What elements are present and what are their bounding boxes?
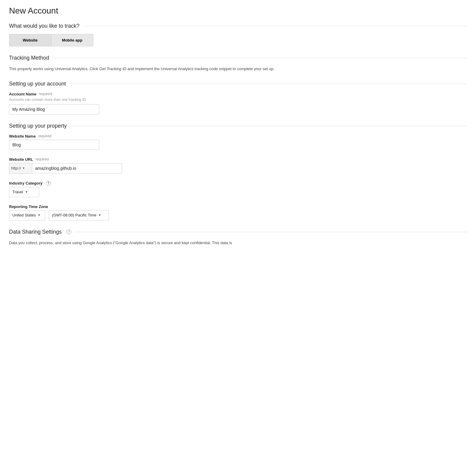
account-setup-section: Setting up your account Account Name req… bbox=[9, 81, 467, 114]
website-url-label-row: Website URL required bbox=[9, 157, 467, 162]
url-field-row: http:// ▼ bbox=[9, 163, 467, 174]
url-input[interactable] bbox=[32, 163, 122, 173]
property-setup-section: Setting up your property Website Name re… bbox=[9, 123, 467, 220]
timezone-row: United States ▼ (GMT-08:00) Pacific Time… bbox=[9, 210, 467, 220]
page-title: New Account bbox=[9, 6, 467, 16]
data-sharing-divider bbox=[75, 232, 467, 232]
website-url-group: Website URL required http:// ▼ bbox=[9, 157, 467, 174]
timezone-arrow: ▼ bbox=[98, 213, 101, 217]
account-name-required: required bbox=[39, 92, 52, 96]
website-name-label-row: Website Name required bbox=[9, 134, 467, 138]
country-value: United States bbox=[12, 213, 36, 217]
data-sharing-description: Data you collect, process, and store usi… bbox=[9, 240, 467, 246]
data-sharing-heading: Data Sharing Settings bbox=[9, 229, 62, 235]
website-url-label: Website URL bbox=[9, 157, 33, 162]
account-setup-header: Setting up your account bbox=[9, 81, 467, 87]
industry-category-select[interactable]: Travel ▼ bbox=[9, 187, 39, 197]
url-protocol-select[interactable]: http:// ▼ bbox=[9, 163, 32, 174]
tab-mobile-app[interactable]: Mobile app bbox=[51, 34, 93, 46]
tracking-method-text: This property works using Universal Anal… bbox=[9, 66, 467, 72]
industry-category-arrow: ▼ bbox=[25, 190, 28, 194]
data-sharing-section: Data Sharing Settings ? Data you collect… bbox=[9, 229, 467, 246]
industry-category-label: Industry Category bbox=[9, 181, 42, 185]
tracking-method-link[interactable]: Get Tracking ID bbox=[99, 67, 126, 71]
website-name-input[interactable] bbox=[9, 140, 99, 150]
track-tabs: Website Mobile app bbox=[9, 34, 93, 46]
timezone-value: (GMT-08:00) Pacific Time bbox=[52, 213, 96, 217]
property-setup-header: Setting up your property bbox=[9, 123, 467, 129]
data-sharing-help-icon[interactable]: ? bbox=[66, 229, 71, 234]
account-name-label-row: Account Name required bbox=[9, 92, 467, 96]
tracking-method-header: Tracking Method bbox=[9, 55, 467, 61]
account-name-input[interactable] bbox=[9, 104, 99, 114]
reporting-timezone-label-row: Reporting Time Zone bbox=[9, 204, 467, 209]
url-protocol-value: http:// bbox=[11, 166, 21, 170]
tracking-method-section: Tracking Method This property works usin… bbox=[9, 55, 467, 72]
industry-category-group: Industry Category ? Travel ▼ bbox=[9, 181, 467, 197]
industry-help-icon[interactable]: ? bbox=[46, 181, 51, 186]
account-name-group: Account Name required Accounts can conta… bbox=[9, 92, 467, 114]
website-name-label: Website Name bbox=[9, 134, 36, 138]
account-setup-heading: Setting up your account bbox=[9, 81, 66, 87]
data-sharing-header: Data Sharing Settings ? bbox=[9, 229, 467, 235]
track-section-header: What would you like to track? bbox=[9, 23, 467, 29]
tab-website[interactable]: Website bbox=[9, 34, 51, 46]
tracking-method-divider bbox=[53, 58, 467, 58]
track-divider bbox=[83, 26, 467, 26]
country-arrow: ▼ bbox=[38, 213, 41, 217]
timezone-select[interactable]: (GMT-08:00) Pacific Time ▼ bbox=[49, 210, 109, 220]
industry-category-value: Travel bbox=[12, 190, 23, 194]
tracking-method-text-before: This property works using Universal Anal… bbox=[9, 67, 99, 71]
country-select[interactable]: United States ▼ bbox=[9, 210, 45, 220]
account-name-hint: Accounts can contain more than one track… bbox=[9, 98, 467, 102]
reporting-timezone-group: Reporting Time Zone United States ▼ (GMT… bbox=[9, 204, 467, 220]
tracking-method-text-after: and implement the Universal Analytics tr… bbox=[126, 67, 274, 71]
account-setup-divider bbox=[70, 84, 467, 84]
website-name-group: Website Name required bbox=[9, 134, 467, 150]
property-setup-heading: Setting up your property bbox=[9, 123, 67, 129]
reporting-timezone-label: Reporting Time Zone bbox=[9, 204, 48, 209]
tracking-method-heading: Tracking Method bbox=[9, 55, 49, 61]
track-section-heading: What would you like to track? bbox=[9, 23, 79, 29]
website-name-required: required bbox=[38, 134, 51, 138]
url-protocol-arrow: ▼ bbox=[22, 166, 25, 170]
property-setup-divider bbox=[70, 126, 467, 126]
industry-category-label-row: Industry Category ? bbox=[9, 181, 467, 186]
account-name-label: Account Name bbox=[9, 92, 36, 96]
website-url-required: required bbox=[36, 157, 49, 161]
